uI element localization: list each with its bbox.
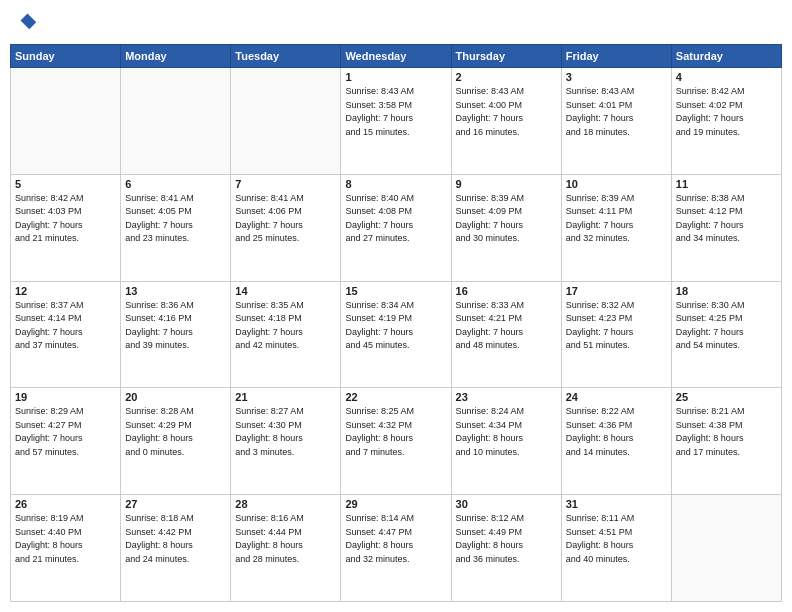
day-info: Sunrise: 8:25 AMSunset: 4:32 PMDaylight:…: [345, 405, 446, 459]
svg-marker-1: [21, 14, 37, 30]
day-info: Sunrise: 8:42 AMSunset: 4:03 PMDaylight:…: [15, 192, 116, 246]
calendar-cell: 13Sunrise: 8:36 AMSunset: 4:16 PMDayligh…: [121, 281, 231, 388]
day-info: Sunrise: 8:28 AMSunset: 4:29 PMDaylight:…: [125, 405, 226, 459]
day-info: Sunrise: 8:30 AMSunset: 4:25 PMDaylight:…: [676, 299, 777, 353]
day-number: 9: [456, 178, 557, 190]
day-number: 28: [235, 498, 336, 510]
day-number: 12: [15, 285, 116, 297]
calendar-cell: 4Sunrise: 8:42 AMSunset: 4:02 PMDaylight…: [671, 68, 781, 175]
calendar-cell: 2Sunrise: 8:43 AMSunset: 4:00 PMDaylight…: [451, 68, 561, 175]
calendar-cell: [231, 68, 341, 175]
day-number: 17: [566, 285, 667, 297]
day-number: 19: [15, 391, 116, 403]
calendar-cell: 28Sunrise: 8:16 AMSunset: 4:44 PMDayligh…: [231, 495, 341, 602]
day-number: 16: [456, 285, 557, 297]
calendar-header-row: SundayMondayTuesdayWednesdayThursdayFrid…: [11, 45, 782, 68]
col-header-wednesday: Wednesday: [341, 45, 451, 68]
col-header-friday: Friday: [561, 45, 671, 68]
calendar-cell: 8Sunrise: 8:40 AMSunset: 4:08 PMDaylight…: [341, 174, 451, 281]
day-info: Sunrise: 8:37 AMSunset: 4:14 PMDaylight:…: [15, 299, 116, 353]
calendar-cell: 25Sunrise: 8:21 AMSunset: 4:38 PMDayligh…: [671, 388, 781, 495]
header: [10, 10, 782, 38]
calendar-cell: 21Sunrise: 8:27 AMSunset: 4:30 PMDayligh…: [231, 388, 341, 495]
day-info: Sunrise: 8:42 AMSunset: 4:02 PMDaylight:…: [676, 85, 777, 139]
calendar-week-row: 12Sunrise: 8:37 AMSunset: 4:14 PMDayligh…: [11, 281, 782, 388]
day-info: Sunrise: 8:41 AMSunset: 4:06 PMDaylight:…: [235, 192, 336, 246]
day-number: 4: [676, 71, 777, 83]
day-info: Sunrise: 8:34 AMSunset: 4:19 PMDaylight:…: [345, 299, 446, 353]
day-info: Sunrise: 8:35 AMSunset: 4:18 PMDaylight:…: [235, 299, 336, 353]
calendar-week-row: 1Sunrise: 8:43 AMSunset: 3:58 PMDaylight…: [11, 68, 782, 175]
calendar-cell: 31Sunrise: 8:11 AMSunset: 4:51 PMDayligh…: [561, 495, 671, 602]
day-number: 22: [345, 391, 446, 403]
day-number: 31: [566, 498, 667, 510]
day-number: 26: [15, 498, 116, 510]
day-number: 3: [566, 71, 667, 83]
day-number: 7: [235, 178, 336, 190]
calendar-cell: 16Sunrise: 8:33 AMSunset: 4:21 PMDayligh…: [451, 281, 561, 388]
day-info: Sunrise: 8:29 AMSunset: 4:27 PMDaylight:…: [15, 405, 116, 459]
calendar-cell: 26Sunrise: 8:19 AMSunset: 4:40 PMDayligh…: [11, 495, 121, 602]
calendar-cell: 27Sunrise: 8:18 AMSunset: 4:42 PMDayligh…: [121, 495, 231, 602]
day-number: 13: [125, 285, 226, 297]
calendar-cell: 5Sunrise: 8:42 AMSunset: 4:03 PMDaylight…: [11, 174, 121, 281]
calendar-week-row: 26Sunrise: 8:19 AMSunset: 4:40 PMDayligh…: [11, 495, 782, 602]
calendar-cell: 3Sunrise: 8:43 AMSunset: 4:01 PMDaylight…: [561, 68, 671, 175]
day-number: 18: [676, 285, 777, 297]
day-info: Sunrise: 8:33 AMSunset: 4:21 PMDaylight:…: [456, 299, 557, 353]
day-info: Sunrise: 8:43 AMSunset: 4:01 PMDaylight:…: [566, 85, 667, 139]
day-number: 20: [125, 391, 226, 403]
calendar-cell: 10Sunrise: 8:39 AMSunset: 4:11 PMDayligh…: [561, 174, 671, 281]
day-number: 14: [235, 285, 336, 297]
day-number: 29: [345, 498, 446, 510]
col-header-tuesday: Tuesday: [231, 45, 341, 68]
logo: [10, 10, 42, 38]
page: SundayMondayTuesdayWednesdayThursdayFrid…: [0, 0, 792, 612]
day-info: Sunrise: 8:36 AMSunset: 4:16 PMDaylight:…: [125, 299, 226, 353]
day-info: Sunrise: 8:18 AMSunset: 4:42 PMDaylight:…: [125, 512, 226, 566]
day-number: 15: [345, 285, 446, 297]
day-number: 30: [456, 498, 557, 510]
day-number: 5: [15, 178, 116, 190]
calendar-week-row: 19Sunrise: 8:29 AMSunset: 4:27 PMDayligh…: [11, 388, 782, 495]
day-info: Sunrise: 8:24 AMSunset: 4:34 PMDaylight:…: [456, 405, 557, 459]
calendar-cell: 20Sunrise: 8:28 AMSunset: 4:29 PMDayligh…: [121, 388, 231, 495]
calendar-cell: 7Sunrise: 8:41 AMSunset: 4:06 PMDaylight…: [231, 174, 341, 281]
day-number: 23: [456, 391, 557, 403]
day-info: Sunrise: 8:19 AMSunset: 4:40 PMDaylight:…: [15, 512, 116, 566]
calendar-cell: 15Sunrise: 8:34 AMSunset: 4:19 PMDayligh…: [341, 281, 451, 388]
day-info: Sunrise: 8:12 AMSunset: 4:49 PMDaylight:…: [456, 512, 557, 566]
calendar-cell: 18Sunrise: 8:30 AMSunset: 4:25 PMDayligh…: [671, 281, 781, 388]
day-info: Sunrise: 8:21 AMSunset: 4:38 PMDaylight:…: [676, 405, 777, 459]
day-info: Sunrise: 8:41 AMSunset: 4:05 PMDaylight:…: [125, 192, 226, 246]
col-header-saturday: Saturday: [671, 45, 781, 68]
day-info: Sunrise: 8:38 AMSunset: 4:12 PMDaylight:…: [676, 192, 777, 246]
calendar-cell: 24Sunrise: 8:22 AMSunset: 4:36 PMDayligh…: [561, 388, 671, 495]
calendar-cell: 17Sunrise: 8:32 AMSunset: 4:23 PMDayligh…: [561, 281, 671, 388]
col-header-sunday: Sunday: [11, 45, 121, 68]
day-info: Sunrise: 8:39 AMSunset: 4:11 PMDaylight:…: [566, 192, 667, 246]
calendar-cell: 29Sunrise: 8:14 AMSunset: 4:47 PMDayligh…: [341, 495, 451, 602]
day-number: 1: [345, 71, 446, 83]
calendar-week-row: 5Sunrise: 8:42 AMSunset: 4:03 PMDaylight…: [11, 174, 782, 281]
calendar-cell: [671, 495, 781, 602]
day-info: Sunrise: 8:14 AMSunset: 4:47 PMDaylight:…: [345, 512, 446, 566]
logo-icon: [10, 10, 38, 38]
calendar-cell: 1Sunrise: 8:43 AMSunset: 3:58 PMDaylight…: [341, 68, 451, 175]
day-info: Sunrise: 8:22 AMSunset: 4:36 PMDaylight:…: [566, 405, 667, 459]
day-number: 6: [125, 178, 226, 190]
col-header-monday: Monday: [121, 45, 231, 68]
day-number: 11: [676, 178, 777, 190]
day-info: Sunrise: 8:43 AMSunset: 4:00 PMDaylight:…: [456, 85, 557, 139]
day-info: Sunrise: 8:16 AMSunset: 4:44 PMDaylight:…: [235, 512, 336, 566]
day-info: Sunrise: 8:32 AMSunset: 4:23 PMDaylight:…: [566, 299, 667, 353]
calendar-cell: [11, 68, 121, 175]
col-header-thursday: Thursday: [451, 45, 561, 68]
calendar-cell: 11Sunrise: 8:38 AMSunset: 4:12 PMDayligh…: [671, 174, 781, 281]
day-number: 27: [125, 498, 226, 510]
calendar-cell: 14Sunrise: 8:35 AMSunset: 4:18 PMDayligh…: [231, 281, 341, 388]
day-info: Sunrise: 8:43 AMSunset: 3:58 PMDaylight:…: [345, 85, 446, 139]
day-info: Sunrise: 8:39 AMSunset: 4:09 PMDaylight:…: [456, 192, 557, 246]
calendar-cell: 23Sunrise: 8:24 AMSunset: 4:34 PMDayligh…: [451, 388, 561, 495]
day-number: 24: [566, 391, 667, 403]
